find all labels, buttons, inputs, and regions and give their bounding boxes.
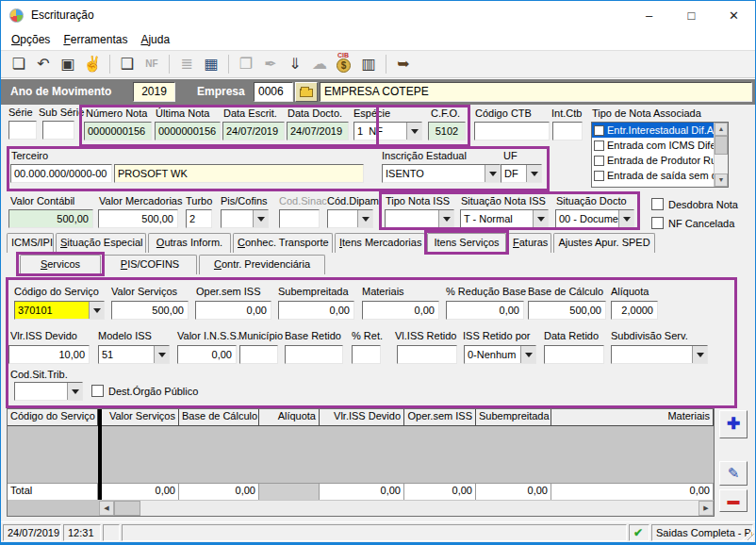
grid-col-materiais[interactable]: Materiais [551,409,714,426]
scroll-thumb[interactable] [715,136,728,155]
uf-dropdown-icon[interactable] [526,165,541,182]
situacao-nota-iss-dropdown-icon[interactable] [533,210,548,227]
tab-outras-inform[interactable]: Outras Inform. [148,233,231,253]
valor-mercadorias-field[interactable]: 500,00 [98,209,178,228]
cod-sit-trib-dropdown-icon[interactable] [67,383,82,400]
list-item[interactable]: Entrada de saída sem débi [592,168,714,183]
grid-hscrollbar[interactable]: ◀ ▶ [99,501,714,516]
iss-retido-por-dropdown-icon[interactable] [520,346,535,363]
checkbox-icon[interactable] [594,171,604,181]
desdobra-nota-checkbox[interactable] [651,198,664,210]
tab-itens-servicos[interactable]: Itens Serviços [427,233,506,253]
serie-field[interactable] [8,121,37,140]
subdivisao-dropdown-icon[interactable] [692,346,707,363]
hscroll-track[interactable] [140,501,698,516]
perc-ret-field[interactable] [352,345,381,364]
open-company-button[interactable] [295,82,318,102]
tab-itens-mercadorias[interactable]: Itens Mercadorias [335,233,425,253]
cod-sit-trib-combo[interactable] [14,382,83,401]
nota-associada-list[interactable]: Entr.Interestadual Dif.Alíq Entrada com … [591,122,729,188]
tab-conhec-transporte[interactable]: Conhec. Transporte [233,233,333,253]
list-scrollbar[interactable]: ▲ ▼ [714,123,728,187]
close-button[interactable]: ✕ [713,1,755,29]
scroll-up-icon[interactable]: ▲ [715,123,728,136]
valor-servicos-field[interactable]: 500,00 [111,301,189,320]
grid-col-oper-sem-iss[interactable]: Oper.sem ISS [404,409,476,426]
report-icon[interactable]: ▥ [356,52,381,76]
turbo-field[interactable]: 2 [186,209,212,228]
company-name-field[interactable]: EMPRESA COTEPE [320,82,752,102]
company-code-field[interactable]: 0006 [254,82,293,102]
import-icon[interactable]: ⇓ [283,52,307,76]
tab-ajustes-apur-sped[interactable]: Ajustes Apur. SPED [553,233,655,253]
modelo-iss-dropdown-icon[interactable] [154,346,169,363]
int-ctb-field[interactable] [552,122,583,140]
aliquota-field[interactable]: 2,0000 [611,301,658,320]
uf-combo[interactable]: DF [501,164,542,183]
tipo-nota-iss-dropdown-icon[interactable] [438,210,453,227]
iss-retido-por-combo[interactable]: 0-Nenhum [464,345,536,364]
codigo-ctb-field[interactable] [474,122,550,140]
inscricao-estadual-combo[interactable]: ISENTO [382,164,501,183]
tipo-nota-iss-combo[interactable] [385,209,454,228]
cod-dipam-dropdown-icon[interactable] [357,210,372,227]
grid-col-codigo[interactable]: Código do Serviço [8,409,98,426]
municipio-field[interactable] [239,345,278,364]
grid-col-valor-servicos[interactable]: Valor Serviços [102,409,179,426]
checkbox-icon[interactable] [594,156,604,166]
grid-col-subempreitada[interactable]: Subempreitada [476,409,551,426]
tab-servicos[interactable]: Servicos [20,255,101,274]
dest-orgao-publico-checkbox[interactable] [91,385,104,397]
undo-icon[interactable]: ↶ [31,52,56,76]
valor-contabil-field[interactable]: 500,00 [8,209,93,228]
sub-serie-field[interactable] [42,121,74,140]
reducao-base-field[interactable]: 0,00 [446,301,524,320]
cod-sinac-field[interactable] [279,209,320,228]
menu-opcoes[interactable]: Opções [5,31,57,48]
list-item[interactable]: Entrada com ICMS Diferido [592,138,714,153]
edit-row-button[interactable]: ✎ [719,461,748,486]
pis-cofins-dropdown-icon[interactable] [253,210,268,227]
grid-col-vlr-iss-devido[interactable]: Vlr.ISS Devido [320,409,404,426]
nf-cancelada-checkbox[interactable] [651,217,664,229]
list-item[interactable]: Entrada de Produtor Rural [592,153,714,168]
exit-icon[interactable]: ➥ [391,52,416,76]
valor-inss-field[interactable]: 0,00 [177,345,237,364]
oper-sem-iss-field[interactable]: 0,00 [195,301,271,320]
situacao-nota-iss-combo[interactable]: T - Normal [460,209,549,228]
data-retido-field[interactable] [544,345,604,364]
tab-icms-ipi[interactable]: ICMS/IPI [7,233,54,253]
cfo-field[interactable]: 5102 [428,122,466,140]
pis-cofins-combo[interactable] [221,209,269,228]
new-document-icon[interactable]: ❏ [7,52,31,76]
list-item[interactable]: Entr.Interestadual Dif.Alíq [592,123,714,138]
ultima-nota-field[interactable]: 0000000156 [155,122,221,140]
base-calculo-field[interactable]: 500,00 [528,301,606,320]
grid-col-base-calculo[interactable]: Base de Cálculo [179,409,259,426]
terceiro-documento-field[interactable]: 00.000.000/0000-00 [10,164,112,183]
add-row-button[interactable]: ✚ [719,410,748,438]
especie-dropdown-icon[interactable] [406,123,421,140]
situacao-docto-combo[interactable]: 00 - Documer [555,209,634,228]
cib-icon[interactable]: CIB $ [332,52,356,76]
print-preview-icon[interactable]: ❑ [115,52,140,76]
subdivisao-combo[interactable] [611,345,708,364]
tab-faturas[interactable]: Faturas [508,233,551,253]
tab-contr-previdenciaria[interactable]: Contr. Previdenciária [199,255,325,274]
base-retido-field[interactable] [285,345,343,364]
vl-iss-retido-field[interactable] [397,345,457,364]
scroll-down-icon[interactable]: ▼ [715,173,728,187]
scroll-left-icon[interactable]: ◀ [99,501,114,516]
materiais-field[interactable]: 0,00 [362,301,439,320]
hscroll-thumb[interactable] [114,501,140,516]
data-escrit-field[interactable]: 24/07/2019 [222,122,285,140]
tab-pis-cofins[interactable]: PIS/COFINS [103,255,197,274]
maximize-button[interactable]: □ [670,1,713,29]
minimize-button[interactable]: – [628,1,670,29]
checkbox-icon[interactable] [594,125,604,136]
tab-situacao-especial[interactable]: Situação Especial [56,233,146,253]
vlr-iss-devido-field[interactable]: 10,00 [8,345,90,364]
codigo-servico-combo[interactable]: 370101 [14,301,105,320]
cod-dipam-combo[interactable] [327,209,373,228]
numero-nota-field[interactable]: 0000000156 [84,122,152,140]
